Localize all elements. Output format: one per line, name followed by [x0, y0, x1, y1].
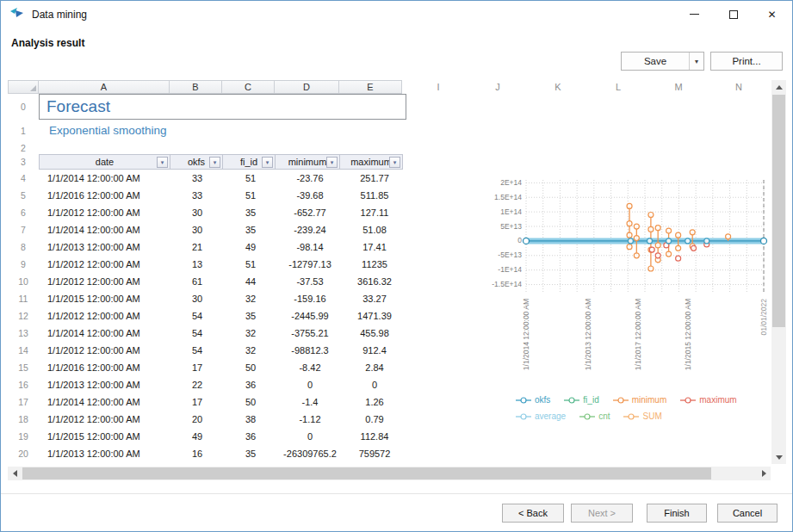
vertical-scrollbar-thumb[interactable] [772, 95, 785, 327]
row-number[interactable]: 19 [8, 428, 39, 445]
cell[interactable]: 1/1/2013 12:00:00 AM [39, 238, 170, 256]
horizontal-scrollbar-thumb[interactable] [22, 467, 711, 479]
cell[interactable]: 33 [170, 170, 224, 187]
cell[interactable]: 1.26 [343, 393, 406, 411]
cell[interactable]: 13 [170, 256, 224, 273]
filter-dropdown-button[interactable]: ▾ [389, 157, 400, 168]
finish-button[interactable]: Finish [647, 504, 707, 523]
row-number[interactable]: 16 [8, 376, 39, 393]
row-number[interactable]: 4 [8, 170, 39, 187]
cell[interactable]: 51 [224, 170, 277, 187]
filter-dropdown-button[interactable]: ▾ [326, 157, 338, 168]
cancel-button[interactable]: Cancel [717, 504, 778, 523]
cell[interactable]: 22 [170, 376, 224, 393]
row-number[interactable]: 10 [8, 273, 39, 290]
row-number[interactable]: 20 [8, 445, 39, 462]
cell[interactable]: 1/1/2012 12:00:00 AM [39, 411, 170, 428]
row-number[interactable]: 13 [8, 325, 39, 342]
row-number[interactable]: 1 [8, 120, 39, 141]
row-number[interactable]: 12 [8, 307, 39, 325]
filter-dropdown-button[interactable]: ▾ [157, 157, 168, 168]
cell[interactable]: 1/1/2014 12:00:00 AM [39, 325, 170, 342]
cell[interactable]: 16 [170, 445, 224, 462]
cell[interactable]: 38 [224, 411, 277, 428]
subtitle-cell[interactable]: Exponential smoothing [39, 120, 167, 141]
close-button[interactable]: ✕ [753, 1, 791, 28]
row-number[interactable]: 6 [8, 204, 39, 221]
cell[interactable]: -12797.13 [277, 256, 343, 273]
cell[interactable]: -2445.99 [277, 307, 343, 325]
cell[interactable]: 51.08 [343, 221, 406, 238]
scroll-up-button[interactable] [771, 80, 786, 94]
save-dropdown-arrow-icon[interactable]: ▾ [689, 53, 703, 70]
row-number[interactable]: 14 [8, 342, 39, 359]
cell[interactable]: 36 [224, 376, 277, 393]
row-number[interactable]: 15 [8, 359, 39, 376]
cell[interactable]: 33 [170, 187, 224, 204]
cell[interactable]: -98.14 [277, 238, 343, 256]
cell[interactable]: 3616.32 [343, 273, 406, 290]
cell[interactable]: 251.77 [343, 170, 406, 187]
cell[interactable]: -1.4 [277, 393, 343, 411]
cell[interactable]: 912.4 [343, 342, 406, 359]
cell[interactable]: -1.12 [277, 411, 343, 428]
titlebar[interactable]: Data mining ✕ [1, 1, 792, 28]
row-number[interactable]: 18 [8, 411, 39, 428]
minimize-button[interactable] [675, 1, 714, 28]
cell[interactable]: 1/1/2013 12:00:00 AM [39, 445, 170, 462]
cell[interactable]: 759572 [343, 445, 406, 462]
print-button[interactable]: Print... [710, 52, 783, 71]
scroll-left-button[interactable] [8, 467, 22, 480]
cell[interactable]: -26309765.2 [277, 445, 343, 462]
cell[interactable]: 455.98 [343, 325, 406, 342]
cell[interactable]: 50 [224, 393, 277, 411]
row-number[interactable]: 9 [8, 256, 39, 273]
cell[interactable]: 17.41 [343, 238, 406, 256]
cell[interactable]: 0 [343, 376, 406, 393]
cell[interactable]: 33.27 [343, 290, 406, 307]
cell[interactable]: 30 [170, 221, 224, 238]
cell[interactable]: 0 [277, 376, 343, 393]
cell[interactable]: 1/1/2012 12:00:00 AM [39, 307, 170, 325]
row-number[interactable]: 2 [8, 141, 39, 154]
cell[interactable]: 20 [170, 411, 224, 428]
cell[interactable]: 1/1/2012 12:00:00 AM [39, 273, 170, 290]
cell[interactable]: 127.11 [343, 204, 406, 221]
column-header-C[interactable]: C [221, 80, 275, 94]
column-header-E[interactable]: E [338, 80, 402, 94]
cell[interactable]: 51 [224, 187, 277, 204]
cell[interactable]: 30 [170, 204, 224, 221]
scroll-right-button[interactable] [757, 467, 771, 480]
cell[interactable]: 112.84 [343, 428, 406, 445]
scroll-down-button[interactable] [771, 450, 786, 464]
cell[interactable]: 21 [170, 238, 224, 256]
cell[interactable]: 1/1/2012 12:00:00 AM [39, 256, 170, 273]
cell[interactable]: 35 [224, 204, 277, 221]
cell[interactable]: 1/1/2012 12:00:00 AM [39, 342, 170, 359]
cell[interactable]: 49 [224, 238, 277, 256]
cell[interactable]: -98812.3 [277, 342, 343, 359]
cell[interactable]: 1/1/2015 12:00:00 AM [39, 290, 170, 307]
save-button-label[interactable]: Save [622, 53, 689, 70]
cell[interactable]: 32 [224, 342, 277, 359]
row-number[interactable]: 11 [8, 290, 39, 307]
vertical-scrollbar[interactable] [771, 80, 786, 464]
cell[interactable]: -37.53 [277, 273, 343, 290]
cell[interactable]: -159.16 [277, 290, 343, 307]
cell[interactable]: 35 [224, 307, 277, 325]
cell[interactable]: 17 [170, 393, 224, 411]
row-number[interactable]: 7 [8, 221, 39, 238]
cell[interactable]: 17 [170, 359, 224, 376]
cell[interactable]: 1471.39 [343, 307, 406, 325]
cell[interactable]: 1/1/2014 12:00:00 AM [39, 393, 170, 411]
save-button[interactable]: Save ▾ [621, 52, 704, 71]
cell[interactable]: 0 [277, 428, 343, 445]
row-number[interactable]: 17 [8, 393, 39, 411]
column-header-B[interactable]: B [169, 80, 222, 94]
cell[interactable]: 61 [170, 273, 224, 290]
row-number[interactable]: 0 [8, 94, 39, 120]
row-number[interactable]: 5 [8, 187, 39, 204]
title-cell[interactable]: Forecast [39, 94, 406, 120]
cell[interactable]: -239.24 [277, 221, 343, 238]
cell[interactable]: 1/1/2016 12:00:00 AM [39, 187, 170, 204]
